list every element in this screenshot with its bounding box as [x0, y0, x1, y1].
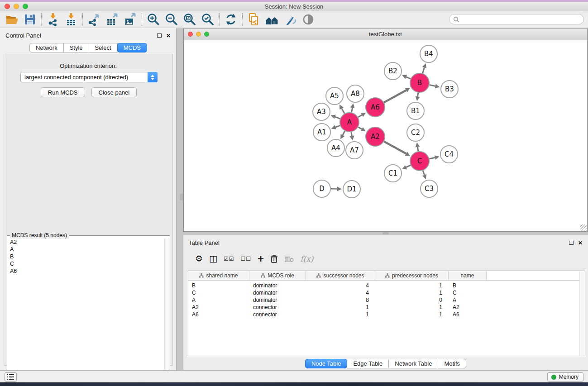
zoom-selected-icon[interactable]: [199, 12, 217, 27]
edge-A-A1[interactable]: [335, 125, 340, 127]
task-history-button[interactable]: [5, 372, 17, 381]
edge-A2-C[interactable]: [384, 142, 406, 154]
toggle-annotations-icon[interactable]: [281, 12, 299, 27]
network-window-title: testGlobe.txt: [184, 31, 587, 38]
tab-network[interactable]: Network: [29, 43, 64, 52]
network-graph[interactable]: AA5A8A3A1A4A7A6A2BB2B4B3B1CC2C4C1C3DD1: [184, 40, 587, 231]
edge-A-A4[interactable]: [343, 131, 345, 135]
zoom-in-icon[interactable]: [144, 12, 163, 27]
result-scrollbar[interactable]: [164, 238, 170, 386]
result-item[interactable]: A: [10, 246, 164, 253]
column-header-mcds-role[interactable]: MCDS role: [249, 271, 306, 280]
tab-select[interactable]: Select: [89, 43, 118, 52]
edge-A-A6[interactable]: [358, 115, 362, 117]
column-type-icon: [385, 273, 390, 278]
node-label-A7: A7: [350, 146, 359, 154]
edge-B-B3[interactable]: [430, 85, 435, 86]
refresh-icon[interactable]: [222, 12, 240, 27]
zoom-fit-icon[interactable]: [181, 12, 199, 27]
edge-A-A8[interactable]: [351, 108, 352, 112]
edge-C-C4[interactable]: [429, 157, 435, 159]
duplicate-network-icon[interactable]: [245, 12, 263, 27]
tab-motifs[interactable]: Motifs: [438, 359, 466, 368]
resize-grip-icon[interactable]: [580, 224, 587, 231]
split-panel-icon[interactable]: ◫: [209, 253, 217, 264]
float-table-panel-icon[interactable]: [569, 241, 574, 245]
edge-A-A3[interactable]: [335, 117, 340, 119]
arrowhead-icon: [435, 155, 440, 160]
node-label-C: C: [417, 157, 422, 165]
edge-C-C3[interactable]: [423, 171, 424, 175]
zoom-out-icon[interactable]: [163, 12, 181, 27]
export-table-icon[interactable]: [103, 12, 121, 27]
node-label-A2: A2: [371, 133, 380, 141]
import-network-icon[interactable]: [44, 12, 62, 27]
function-builder-icon[interactable]: f(x): [300, 254, 313, 263]
home-icon[interactable]: [263, 12, 281, 27]
table-row[interactable]: Cdominator41C: [188, 289, 585, 296]
export-image-icon[interactable]: [121, 12, 139, 27]
export-network-icon[interactable]: [85, 12, 103, 27]
table-row[interactable]: A2connector11A2: [188, 304, 585, 311]
show-graphics-icon[interactable]: [299, 12, 317, 27]
search-input[interactable]: [459, 15, 583, 24]
mcds-result-list[interactable]: A2 A B C A6: [8, 238, 164, 386]
delete-table-icon[interactable]: ▦: [284, 255, 294, 263]
network-scrollbar-nub[interactable]: [382, 232, 389, 234]
column-header-name[interactable]: name: [449, 271, 487, 280]
edge-C-C1[interactable]: [406, 165, 411, 167]
tab-node-table[interactable]: Node Table: [305, 359, 348, 368]
node-label-B1: B1: [411, 107, 420, 115]
edge-C-C2[interactable]: [418, 147, 418, 152]
deselect-all-icon[interactable]: ☐☐: [241, 256, 252, 262]
arrowhead-icon: [422, 63, 427, 68]
application-window: Session: New Session: [0, 0, 588, 382]
table-row[interactable]: Bdominator41B: [188, 282, 585, 289]
tab-network-table[interactable]: Network Table: [388, 359, 438, 368]
table-cell: 4: [306, 282, 375, 289]
close-panel-button[interactable]: Close panel: [91, 87, 137, 97]
column-header-successor-nodes[interactable]: successor nodes: [306, 271, 375, 280]
save-session-icon[interactable]: [21, 12, 39, 27]
edge-B-B1[interactable]: [418, 93, 418, 97]
edge-B-B4[interactable]: [423, 68, 425, 73]
edge-A-A5[interactable]: [342, 109, 344, 114]
node-table[interactable]: shared name MCDS role successor nodes pr…: [188, 271, 585, 356]
edge-A-A7[interactable]: [351, 132, 352, 136]
select-spinner-icon: [148, 72, 158, 82]
column-type-icon: [261, 273, 265, 278]
edge-A-A2[interactable]: [358, 127, 362, 129]
open-session-icon[interactable]: [3, 12, 21, 27]
memory-button[interactable]: Memory: [547, 372, 583, 381]
delete-column-icon[interactable]: [270, 254, 278, 263]
result-item[interactable]: C: [10, 260, 164, 267]
float-panel-icon[interactable]: [157, 33, 162, 38]
add-column-icon[interactable]: +: [258, 255, 264, 263]
network-window-titlebar: testGlobe.txt: [184, 29, 587, 40]
select-all-icon[interactable]: ☑☑: [224, 256, 234, 262]
table-scrollbar[interactable]: [579, 271, 585, 356]
tab-style[interactable]: Style: [63, 43, 89, 52]
criterion-select[interactable]: largest connected component (directed): [20, 72, 158, 82]
table-row[interactable]: A6connector11A6: [188, 311, 585, 318]
close-panel-icon[interactable]: ✕: [166, 33, 171, 39]
edge-A6-B[interactable]: [384, 90, 406, 102]
close-table-panel-icon[interactable]: ✕: [578, 240, 583, 246]
tab-edge-table[interactable]: Edge Table: [347, 359, 389, 368]
column-header-shared-name[interactable]: shared name: [188, 271, 249, 280]
import-table-icon[interactable]: [62, 12, 80, 27]
settings-gear-icon[interactable]: ⚙: [195, 253, 203, 264]
network-canvas[interactable]: AA5A8A3A1A4A7A6A2BB2B4B3B1CC2C4C1C3DD1: [184, 40, 587, 231]
node-label-A3: A3: [317, 108, 326, 116]
toolbar-separator: [142, 13, 142, 26]
panel-divider-handle[interactable]: [180, 194, 183, 200]
result-item[interactable]: B: [10, 253, 164, 260]
tab-mcds[interactable]: MCDS: [117, 43, 147, 52]
arrowhead-icon: [350, 104, 355, 109]
edge-B-B2[interactable]: [406, 77, 411, 79]
column-header-predecessor-nodes[interactable]: predecessor nodes: [375, 271, 449, 280]
run-mcds-button[interactable]: Run MCDS: [41, 87, 85, 97]
table-row[interactable]: Adominator80A: [188, 296, 585, 304]
result-item[interactable]: A6: [10, 267, 164, 275]
result-item[interactable]: A2: [10, 238, 164, 246]
